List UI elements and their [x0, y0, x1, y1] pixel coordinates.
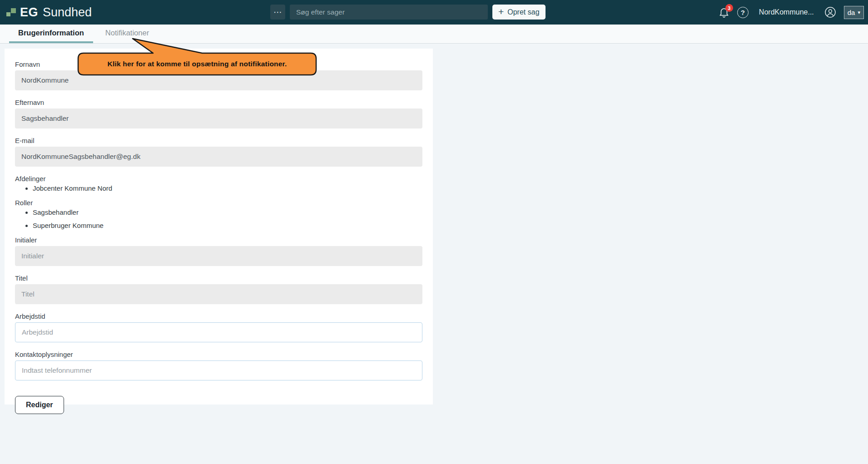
afdelinger-label: Afdelinger: [15, 175, 422, 183]
more-menu-button[interactable]: ⋯: [270, 5, 285, 20]
user-info-panel: Fornavn Efternavn E-mail Afdelinger Jobc…: [5, 49, 433, 405]
app-logo: EG Sundhed: [6, 0, 92, 25]
topbar-center-group: ⋯ + Opret sag: [270, 5, 546, 20]
chevron-down-icon: ▾: [858, 10, 860, 15]
roller-list: Sagsbehandler Superbruger Kommune: [15, 208, 422, 230]
question-mark-icon: ?: [741, 9, 745, 16]
tenant-name: NordKommune...: [759, 8, 814, 16]
help-button[interactable]: ?: [737, 7, 749, 18]
titel-input: [15, 284, 422, 304]
afdelinger-section: Afdelinger Jobcenter Kommune Nord: [15, 175, 422, 193]
arbejdstid-input[interactable]: [15, 322, 422, 342]
search-input[interactable]: [290, 5, 488, 20]
fornavn-label: Fornavn: [15, 60, 422, 69]
kontaktoplysninger-input[interactable]: [15, 360, 422, 380]
create-case-button[interactable]: + Opret sag: [492, 5, 546, 20]
edit-button[interactable]: Rediger: [15, 396, 64, 414]
list-item: Jobcenter Kommune Nord: [33, 184, 422, 193]
roller-label: Roller: [15, 199, 422, 207]
list-item: Sagsbehandler: [33, 208, 422, 217]
user-profile-button[interactable]: [824, 6, 836, 18]
topbar-right-group: 3 ? NordKommune... da ▾: [719, 0, 864, 25]
fornavn-input: [15, 70, 422, 90]
notification-badge: 3: [725, 4, 733, 12]
language-selector[interactable]: da ▾: [844, 6, 864, 19]
top-bar: EG Sundhed ⋯ + Opret sag 3 ? NordKommune…: [0, 0, 868, 25]
arbejdstid-label: Arbejdstid: [15, 312, 422, 321]
field-arbejdstid: Arbejdstid: [15, 312, 422, 342]
initialer-label: Initialer: [15, 236, 422, 244]
brand-product: Sundhed: [43, 5, 92, 20]
afdelinger-list: Jobcenter Kommune Nord: [15, 184, 422, 193]
notifications-bell-button[interactable]: 3: [719, 6, 729, 18]
list-item: Superbruger Kommune: [33, 222, 422, 230]
eg-logo-icon: [6, 7, 16, 18]
ellipsis-icon: ⋯: [273, 8, 282, 16]
initialer-input: [15, 246, 422, 266]
kontaktoplysninger-label: Kontaktoplysninger: [15, 350, 422, 359]
field-fornavn: Fornavn: [15, 60, 422, 90]
email-label: E-mail: [15, 137, 422, 145]
field-initialer: Initialer: [15, 236, 422, 266]
titel-label: Titel: [15, 274, 422, 282]
email-input: [15, 147, 422, 167]
language-value: da: [848, 9, 855, 16]
tab-bar: Brugerinformation Notifikationer: [0, 25, 868, 44]
tab-notifikationer[interactable]: Notifikationer: [104, 25, 150, 43]
field-titel: Titel: [15, 274, 422, 304]
field-efternavn: Efternavn: [15, 99, 422, 128]
field-email: E-mail: [15, 137, 422, 167]
brand-eg: EG: [20, 5, 38, 20]
efternavn-label: Efternavn: [15, 99, 422, 107]
create-case-label: Opret sag: [507, 8, 539, 16]
efternavn-input: [15, 109, 422, 128]
tab-brugerinformation[interactable]: Brugerinformation: [9, 25, 93, 43]
roller-section: Roller Sagsbehandler Superbruger Kommune: [15, 199, 422, 230]
person-icon: [824, 6, 836, 18]
field-kontaktoplysninger: Kontaktoplysninger: [15, 350, 422, 380]
plus-icon: +: [498, 7, 504, 16]
